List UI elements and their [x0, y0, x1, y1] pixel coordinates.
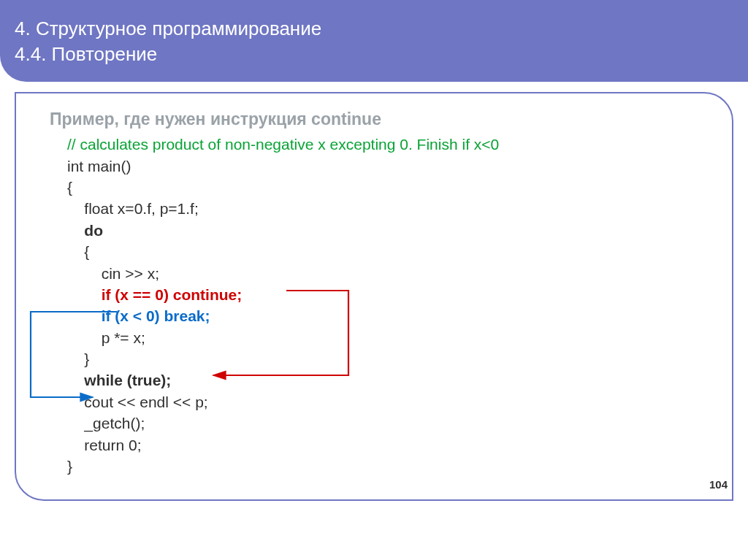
code-line-break: if (x < 0) break; [67, 305, 710, 326]
header-title-line2: 4.4. Повторение [15, 42, 733, 67]
code-line: { [67, 241, 710, 262]
code-line-cout: cout << endl << p; [67, 391, 710, 413]
code-line: p *= x; [67, 327, 710, 348]
content-box: Пример, где нужен инструкция continue //… [15, 92, 733, 501]
code-line: float x=0.f, p=1.f; [67, 198, 710, 219]
code-line-continue: if (x == 0) continue; [67, 284, 710, 305]
code-comment: // calculates product of non-negative x … [67, 134, 710, 155]
code-line: { [67, 177, 710, 198]
code-line: } [67, 348, 710, 369]
page-number: 104 [709, 478, 728, 491]
code-line: return 0; [67, 434, 710, 456]
code-line: int main() [67, 156, 710, 177]
code-line: cin >> x; [67, 263, 710, 284]
code-block: // calculates product of non-negative x … [50, 134, 710, 477]
slide-header: 4. Структурное программирование 4.4. Пов… [0, 0, 748, 82]
example-title: Пример, где нужен инструкция continue [50, 110, 710, 129]
header-title-line1: 4. Структурное программирование [15, 16, 733, 42]
code-line-while: while (true); [67, 369, 710, 391]
code-line-do: do [67, 220, 710, 241]
code-line: } [67, 456, 710, 477]
content-wrap: Пример, где нужен инструкция continue //… [0, 92, 748, 501]
code-line: _getch(); [67, 413, 710, 434]
